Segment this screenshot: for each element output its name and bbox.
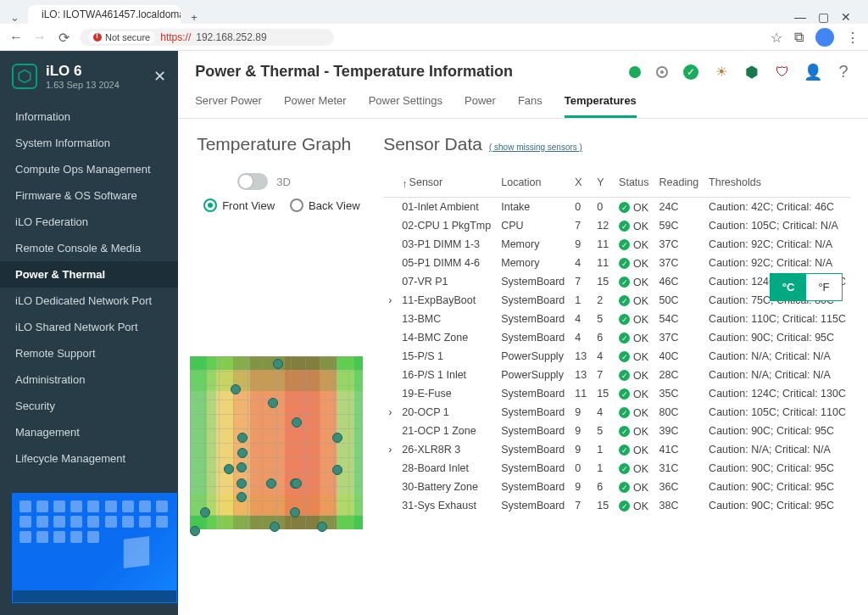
sensor-point[interactable] [270, 522, 280, 532]
window-minimize-button[interactable]: — [794, 10, 806, 24]
sub-tabs: Server PowerPower MeterPower SettingsPow… [178, 87, 868, 119]
table-row[interactable]: 13-BMCSystemBoard45✓OK54CCaution: 110C; … [383, 310, 851, 328]
table-row[interactable]: 05-P1 DIMM 4-6Memory411✓OK37CCaution: 92… [383, 254, 851, 272]
security-shield-icon[interactable]: 🛡 [775, 64, 790, 80]
extensions-icon[interactable]: ⧉ [794, 30, 804, 45]
tab[interactable]: Temperatures [565, 87, 637, 118]
ok-check-icon: ✓ [619, 444, 630, 456]
sidebar-item[interactable]: Management [0, 419, 178, 445]
table-row[interactable]: 31-Sys ExhaustSystemBoard715✓OK38CCautio… [383, 496, 851, 515]
url-box[interactable]: Not secure https://192.168.252.89 [80, 29, 334, 46]
sidebar-item[interactable]: iLO Dedicated Network Port [0, 288, 178, 314]
sidebar-header: iLO 6 1.63 Sep 13 2024 ✕ [0, 51, 178, 95]
user-icon[interactable]: 👤 [805, 64, 821, 80]
front-view-radio[interactable]: Front View [203, 198, 275, 212]
ok-check-icon: ✓ [619, 277, 630, 288]
browser-toolbar-right: ☆ ⧉ ⋮ [771, 28, 860, 47]
sensor-point[interactable] [190, 526, 200, 536]
back-view-radio[interactable]: Back View [290, 198, 359, 212]
window-maximize-button[interactable]: ▢ [818, 10, 829, 24]
ok-check-icon: ✓ [619, 407, 630, 418]
sidebar-item[interactable]: Firmware & OS Software [0, 182, 178, 209]
sidebar-item[interactable]: Information [0, 103, 178, 130]
health-ok-icon[interactable]: ✓ [683, 64, 698, 80]
column-header[interactable]: X [570, 170, 592, 198]
browser-menu-icon[interactable]: ⋮ [846, 30, 860, 46]
temperature-heatmap[interactable] [190, 356, 363, 529]
new-tab-button[interactable]: + [186, 11, 203, 24]
sidebar-item[interactable]: System Information [0, 130, 178, 156]
remote-console-thumbnail[interactable] [12, 493, 177, 603]
tab-dropdown-icon[interactable]: ⌄ [7, 11, 23, 24]
not-secure-badge[interactable]: Not secure [88, 31, 155, 43]
sidebar-nav: InformationSystem InformationCompute Ops… [0, 103, 178, 472]
expand-icon [383, 496, 397, 515]
unit-celsius-button[interactable]: °C [771, 274, 806, 300]
svg-marker-0 [19, 70, 31, 83]
sidebar-collapse-icon[interactable]: ✕ [153, 67, 166, 86]
column-header[interactable]: Y [592, 170, 614, 198]
main-content: Power & Thermal - Temperature Informatio… [178, 51, 868, 615]
sidebar-item[interactable]: Power & Thermal [0, 261, 178, 288]
sidebar-item[interactable]: Security [0, 393, 178, 419]
nav-forward-button[interactable]: → [32, 30, 47, 45]
sidebar-item[interactable]: iLO Shared Network Port [0, 314, 178, 340]
expand-icon[interactable]: › [383, 403, 397, 422]
sidebar-item[interactable]: iLO Federation [0, 209, 178, 235]
table-row[interactable]: 02-CPU 1 PkgTmpCPU712✓OK59CCaution: 105C… [383, 216, 851, 235]
ok-check-icon: ✓ [619, 389, 630, 400]
sidebar-item[interactable]: Remote Support [0, 340, 178, 366]
table-row[interactable]: ›20-OCP 1SystemBoard94✓OK80CCaution: 105… [383, 403, 851, 422]
column-header[interactable]: Location [496, 170, 570, 198]
brand-title: iLO 6 [46, 63, 120, 80]
help-icon[interactable]: ? [836, 64, 851, 80]
table-row[interactable]: 21-OCP 1 ZoneSystemBoard95✓OK39CCaution:… [383, 422, 851, 440]
column-header[interactable]: Reading [654, 170, 704, 198]
ok-check-icon: ✓ [619, 221, 630, 232]
unit-fahrenheit-button[interactable]: °F [806, 274, 842, 300]
component-icon[interactable]: ⬢ [744, 64, 760, 80]
tab[interactable]: Power [465, 87, 496, 118]
ok-check-icon: ✓ [619, 202, 630, 213]
show-missing-link[interactable]: ( show missing sensors ) [489, 143, 582, 152]
window-controls: — ▢ ✕ [794, 10, 861, 24]
tab[interactable]: Power Meter [284, 87, 347, 118]
sensor-point[interactable] [317, 522, 327, 532]
table-row[interactable]: 14-BMC ZoneSystemBoard46✓OK37CCaution: 9… [383, 328, 851, 347]
table-row[interactable]: 01-Inlet AmbientIntake00✓OK24CCaution: 4… [383, 198, 851, 217]
table-row[interactable]: 19-E-FuseSystemBoard1115✓OK35CCaution: 1… [383, 384, 851, 403]
sidebar-item[interactable]: Administration [0, 366, 178, 393]
column-header[interactable]: Status [614, 170, 654, 198]
table-row[interactable]: 15-P/S 1PowerSupply134✓OK40CCaution: N/A… [383, 347, 851, 366]
status-toolbar: ✓ ☀ ⬢ 🛡 👤 ? [629, 64, 851, 80]
table-row[interactable]: 28-Board InletSystemBoard01✓OK31CCaution… [383, 459, 851, 478]
expand-icon [383, 366, 397, 384]
power-status-icon[interactable] [656, 66, 668, 78]
window-close-button[interactable]: ✕ [841, 10, 851, 24]
column-header[interactable]: Thresholds [704, 170, 851, 198]
table-row[interactable]: ›26-XLR8R 3SystemBoard91✓OK41CCaution: N… [383, 440, 851, 459]
expand-icon[interactable]: › [383, 440, 397, 459]
nav-back-button[interactable]: ← [8, 30, 24, 45]
table-row[interactable]: 03-P1 DIMM 1-3Memory911✓OK37CCaution: 92… [383, 235, 851, 254]
3d-toggle[interactable] [237, 173, 268, 190]
uid-icon[interactable] [629, 66, 641, 78]
browser-chrome: ⌄ iLO: ILOTWA461457.localdomai ✕ + — ▢ ✕… [0, 0, 868, 51]
sidebar-item[interactable]: Remote Console & Media [0, 235, 178, 261]
front-view-label: Front View [222, 199, 275, 212]
column-header[interactable]: ↑Sensor [397, 170, 496, 198]
expand-icon[interactable]: › [383, 291, 397, 310]
table-row[interactable]: 16-P/S 1 InletPowerSupply137✓OK28CCautio… [383, 366, 851, 384]
ok-check-icon: ✓ [619, 239, 630, 250]
tab[interactable]: Fans [518, 87, 542, 118]
profile-avatar-icon[interactable] [815, 28, 834, 47]
nav-reload-button[interactable]: ⟳ [56, 30, 71, 46]
sidebar-item[interactable]: Compute Ops Management [0, 156, 178, 182]
browser-tab[interactable]: iLO: ILOTWA461457.localdomai ✕ [28, 5, 181, 24]
tab[interactable]: Server Power [195, 87, 262, 118]
tab[interactable]: Power Settings [369, 87, 442, 118]
bookmark-star-icon[interactable]: ☆ [771, 30, 782, 46]
sidebar-item[interactable]: Lifecycle Management [0, 445, 178, 472]
table-row[interactable]: 30-Battery ZoneSystemBoard96✓OK36CCautio… [383, 478, 851, 496]
brightness-icon[interactable]: ☀ [714, 64, 729, 80]
